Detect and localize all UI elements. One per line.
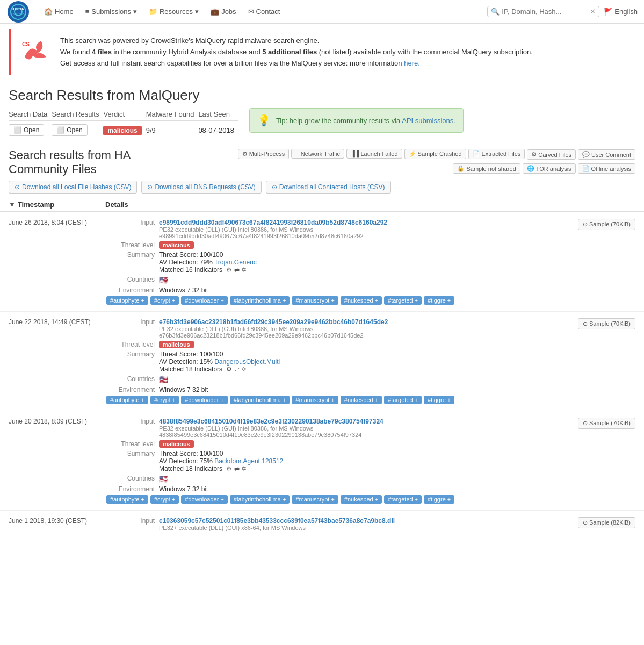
threat-badge: malicious <box>159 341 194 348</box>
tag[interactable]: #labyrinthchollima + <box>230 495 290 504</box>
crowdstrike-logo: CS <box>19 35 52 68</box>
environment-value: Windows 7 32 bit <box>159 386 208 393</box>
nav-jobs[interactable]: 💼 Jobs <box>205 5 241 18</box>
sample-button[interactable]: ⊙ Sample (82KiB) <box>578 517 635 528</box>
result-input-line: Input e98991cdd9ddd30adf490673c67a4f8241… <box>106 219 565 239</box>
filter-network-traffic[interactable]: ≡ Network Traffic <box>291 149 344 159</box>
tag[interactable]: #autophyte + <box>106 396 148 404</box>
tag[interactable]: #downloader + <box>181 396 227 404</box>
tag[interactable]: #crypt + <box>150 296 179 305</box>
sample-button[interactable]: ⊙ Sample (70KiB) <box>578 318 635 329</box>
filter-tor-analysis[interactable]: 🌐 TOR analysis <box>523 163 576 174</box>
filter-sample-not-shared[interactable]: 🔒 Sample not shared <box>453 163 520 174</box>
indicators-icon: ⚙ ⇌ ✡ <box>226 266 247 274</box>
search-clear-icon[interactable]: ✕ <box>590 8 596 16</box>
input-label: Input <box>106 219 155 226</box>
tag[interactable]: #downloader + <box>181 296 227 305</box>
tag[interactable]: #targeted + <box>384 396 422 404</box>
environment-label: Environment <box>106 286 155 294</box>
tag[interactable]: #nukesped + <box>341 396 382 404</box>
tag[interactable]: #crypt + <box>150 495 179 504</box>
av-detection: AV Detection: 15% DangerousObject.Multi <box>159 358 280 366</box>
search-results-open-button[interactable]: ⬜ Open <box>52 124 87 136</box>
tag[interactable]: #manuscrypt + <box>292 396 338 404</box>
filter-carved-files[interactable]: ⚙ Carved Files <box>527 149 576 160</box>
result-summary-line: Summary Threat Score: 100/100 AV Detecti… <box>106 450 565 472</box>
nav-resources[interactable]: 📁 Resources ▾ <box>143 5 204 18</box>
result-row: June 22 2018, 14:49 (CEST) Input e76b3fd… <box>0 316 644 406</box>
search-results-table-wrap: Search Data Search Results Verdict Malwa… <box>9 108 238 139</box>
open-icon: ⬜ <box>13 126 21 134</box>
col-details: Details <box>105 200 635 209</box>
summary-label: Summary <box>106 251 155 259</box>
input-hash[interactable]: 4838f85499e3c68415010d4f19e83e2c9e3f2302… <box>159 418 383 425</box>
av-name-link[interactable]: Backdoor.Agent.128512 <box>214 457 283 465</box>
filter-extracted-files[interactable]: 📄 Extracted Files <box>468 149 525 159</box>
av-name-link[interactable]: DangerousObject.Multi <box>214 358 280 366</box>
download-hashes-button[interactable]: ⊙ Download all Local File Hashes (CSV) <box>9 181 137 194</box>
country-flag: 🇺🇸 <box>159 375 168 384</box>
col-malware-found: Malware Found <box>146 108 199 121</box>
download-hosts-button[interactable]: ⊙ Download all Contacted Hosts (CSV) <box>266 181 391 194</box>
threat-score: Threat Score: 100/100 <box>159 350 280 358</box>
nav-home[interactable]: 🏠 Home <box>39 5 79 18</box>
input-hash[interactable]: e98991cdd9ddd30adf490673c67a4f8241993f26… <box>159 219 387 226</box>
filter-launch-failed[interactable]: ▐▐ Launch Failed <box>346 149 402 159</box>
malware-found-value: 9/9 <box>146 121 199 140</box>
sample-button[interactable]: ⊙ Sample (70KiB) <box>578 418 635 429</box>
tag[interactable]: #labyrinthchollima + <box>230 396 290 404</box>
threat-score: Threat Score: 100/100 <box>159 251 257 259</box>
tag[interactable]: #crypt + <box>150 396 179 404</box>
result-countries-line: Countries 🇺🇸 <box>106 276 565 284</box>
tag[interactable]: #autophyte + <box>106 296 148 305</box>
filter-multi-process[interactable]: ⚙ Multi-Process <box>238 149 290 159</box>
sample-button[interactable]: ⊙ Sample (70KiB) <box>578 219 635 230</box>
brand: HYBRID ANALYSIS <box>6 0 30 24</box>
threat-label: Threat level <box>106 341 155 348</box>
tag[interactable]: #manuscrypt + <box>292 495 338 504</box>
nav-language[interactable]: 🚩 English <box>604 8 638 16</box>
av-detection: AV Detection: 79% Trojan.Generic <box>159 259 257 266</box>
tag[interactable]: #manuscrypt + <box>292 296 338 305</box>
tag[interactable]: #tiggre + <box>424 296 454 305</box>
input-hash[interactable]: c10363059c57c52501c01f85e3bb43533ccc639f… <box>159 517 395 525</box>
last-seen-value: 08-07-2018 <box>198 121 238 140</box>
tag[interactable]: #targeted + <box>384 296 422 305</box>
input-label: Input <box>106 318 155 326</box>
sort-icon: ▼ <box>9 200 16 209</box>
result-actions: ⊙ Sample (70KiB) <box>571 219 635 305</box>
open-icon2: ⬜ <box>56 126 64 134</box>
results-table-header: ▼ Timestamp Details <box>0 198 644 212</box>
malquery-link[interactable]: here. <box>404 59 420 67</box>
col-search-data: Search Data <box>9 108 52 121</box>
summary-text: Threat Score: 100/100 AV Detection: 15% … <box>159 350 280 373</box>
col-timestamp: ▼ Timestamp <box>9 200 105 209</box>
tag[interactable]: #tiggre + <box>424 495 454 504</box>
tag[interactable]: #tiggre + <box>424 396 454 404</box>
nav-submissions[interactable]: ≡ Submissions ▾ <box>80 5 142 18</box>
tag[interactable]: #downloader + <box>181 495 227 504</box>
tag-list: #autophyte +#crypt +#downloader +#labyri… <box>106 396 565 404</box>
search-input[interactable] <box>502 8 588 16</box>
input-type: PE32 executable (DLL) (GUI) Intel 80386,… <box>159 425 383 432</box>
input-hash[interactable]: e76b3fd3e906ac23218b1fbd66fd29c3945ee209… <box>159 318 388 326</box>
download-dns-button[interactable]: ⊙ Download all DNS Requests (CSV) <box>141 181 261 194</box>
filter-user-comment[interactable]: 💬 User Comment <box>578 149 635 160</box>
result-environment-line: Environment Windows 7 32 bit <box>106 485 565 493</box>
tag[interactable]: #nukesped + <box>341 495 382 504</box>
nav-contact[interactable]: ✉ Contact <box>243 5 286 18</box>
result-threat-line: Threat level malicious <box>106 341 565 348</box>
tag[interactable]: #labyrinthchollima + <box>230 296 290 305</box>
tag[interactable]: #targeted + <box>384 495 422 504</box>
search-icon: 🔍 <box>491 8 500 16</box>
tag[interactable]: #nukesped + <box>341 296 382 305</box>
tag[interactable]: #autophyte + <box>106 495 148 504</box>
filter-sample-crashed[interactable]: ⚡ Sample Crashed <box>404 149 466 159</box>
input-type: PE32 executable (DLL) (GUI) Intel 80386,… <box>159 226 387 233</box>
av-name-link[interactable]: Trojan.Generic <box>214 259 257 266</box>
search-data-open-button[interactable]: ⬜ Open <box>9 124 44 136</box>
summary-label: Summary <box>106 450 155 457</box>
environment-value: Windows 7 32 bit <box>159 485 208 493</box>
api-submissions-link[interactable]: API submissions. <box>402 117 455 125</box>
filter-offline-analysis[interactable]: 📄 Offline analysis <box>578 163 635 174</box>
